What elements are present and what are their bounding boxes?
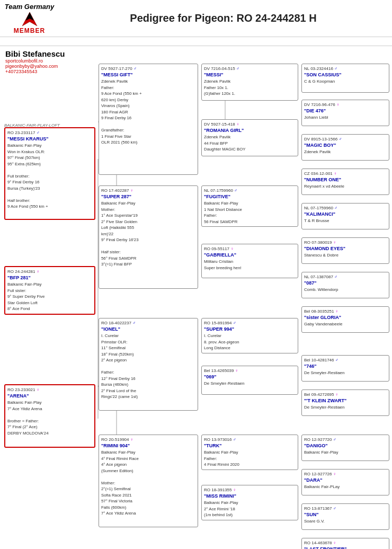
main-loft: Balkanic Fair-Play [7,282,41,287]
sister-gloria-box: Bel 08-3035251 ♀ "sister GLORIA" Gaby Va… [301,306,389,333]
eagle-icon [18,11,41,27]
messi-krarus-box: RO 23-233117 ♂ "MESSI KRARUS" Balkanic F… [4,127,95,220]
danigo-box: RO 12-927720 ♂ "DANIGO" Balkanic Fair-Pl… [301,435,389,461]
messi-box: DV 7216-04-515 ♂ "MESSI" Zdenek Pavlik F… [201,64,298,101]
messi-gift-box: DV 5927-17-270 ♂ "MESSI GIFT" Zdenek Pav… [99,64,198,175]
kalimanci-box: NL 07-1759960 ♂ "KALIMANCI" T & R Brusse [301,203,389,229]
diamond-eyes-box: RO 07-380019 ♀ "DIAMOND EYES" Stanescu &… [301,237,389,264]
746-box: Bel 10-4281746 ♂ "746" De Smeyter-Restia… [301,355,389,382]
super-994-box: RO 15-891994 ♂ "SUPER 994" I. Curelar 8.… [201,318,298,353]
son-cassius-box: NL 03-2324416 ♂ "SON CASSIUS" C & G Koop… [301,64,389,93]
last-frontier-box: RO 14-463678 ♀ "LAST FRONTIER" Horia Dro… [301,538,389,549]
number-one-box: CZ 034-12-001 ♀ "NUMBER ONE" Reynaert x … [301,169,389,195]
romania-girl-box: DV 5927-15-418 ♀ "ROMANIA GIRL" Zdenek P… [201,119,298,156]
dara-box: RO 12-927726 ♀ "DARA" Balkanic Fair-PLay [301,469,389,495]
turk-box: RO 13-973016 ♂ "TURK" Balkanic Fair-Play… [201,435,298,470]
069-box: Bel 13-4265039 ♀ "069" De Smeyter-Restia… [201,366,298,395]
team-germany-logo: Team Germany MEMBER [4,3,55,34]
team-germany-text: Team Germany [5,3,54,11]
magic-boy-box: DV 8915-13-1566 ♂ "MAGIC BOY" Zdenek Pav… [301,134,389,161]
main-id: RO 24-244281 [7,269,35,274]
miss-rimini-box: RO 18-391355 ♀ "MISS RIMINI" Balkanic Fa… [201,485,298,520]
page-title: Pedigree for Pigeon: RO 24-244281 H [59,12,388,24]
contact-1: sportcolumbofil.ro [5,58,387,64]
pedigree-area: BALKANIC-FAIR-PLAY-LOFT RO 24-244281 ♀ "… [0,37,392,41]
087-box: NL 07-1387087 ♂ "087" Comb. Wittendorp [301,272,389,298]
main-sex: ♀ [37,269,40,274]
main-name: "BFP 281" [7,275,31,280]
ionel-box: RO 18-4022237 ♂ "IONEL" I. Curelar Prims… [99,318,198,411]
super-287-box: RO 17-402287 ♀ "SUPER 287" Balkanic Fair… [99,185,198,289]
gabriella-box: RO 09-55117 ♀ "GABRIELLA" Militaru Crist… [201,244,298,278]
arena-box: RO 23-233021 ♀ "ARENA" Balkanic Fair-Pla… [4,384,95,448]
main-pigeon-box: RO 24-244281 ♀ "BFP 281" Balkanic Fair-P… [4,266,95,315]
fugitive-box: NL 07-1759960 ♂ "FUGITIVE" Balkanic Fair… [201,185,298,227]
klein-zwart-box: Bel 09-4272695 ♀ "'T KLEIN ZWART" De Sme… [301,389,389,416]
page-header: Team Germany MEMBER Pedigree for Pigeon:… [0,0,392,37]
owner-name: Bibi Stefanescu [5,49,387,58]
rimini-904-box: RO 20-519904 ♀ "RIMINI 904" Balkanic Fai… [99,435,198,527]
die-476-box: DV 7216-96-476 ♀ "DIE 476" Johann Liebl [301,100,389,126]
main-notes: Full sister:9° Super Derby FiveStar Gold… [7,288,44,312]
member-badge: MEMBER [14,27,45,34]
sun-box: RO 13-871367 ♂ "SUN" Soare G.V. [301,503,389,530]
